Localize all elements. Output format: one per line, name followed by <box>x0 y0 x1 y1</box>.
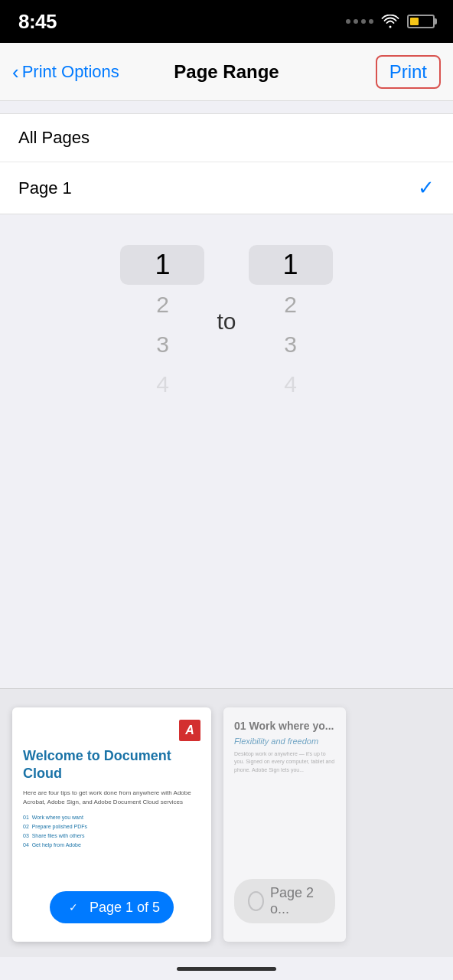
nav-back-label: Print Options <box>22 62 119 82</box>
picker-right-item-1[interactable]: 1 <box>249 245 333 285</box>
list-item-all-pages[interactable]: All Pages <box>0 114 453 162</box>
picker-right-column[interactable]: 1 2 3 4 <box>249 245 333 404</box>
picker-left-item-1[interactable]: 1 <box>120 245 204 285</box>
list-item: 04 Get help from Adobe <box>23 841 200 850</box>
preview-card2-title: 01 Work where yo... <box>234 720 335 732</box>
preview-cards: A Welcome to Document Cloud Here are fou… <box>0 689 453 958</box>
picker-left-item-2[interactable]: 2 <box>120 285 204 325</box>
preview-card-2: 01 Work where yo... Flexibility and free… <box>223 707 346 942</box>
status-icons <box>346 15 435 28</box>
page2-label-button[interactable]: Page 2 o... <box>234 879 335 923</box>
list-item-page1[interactable]: Page 1 ✓ <box>0 162 453 214</box>
list-item: 02 Prepare polished PDFs <box>23 822 200 831</box>
battery-fill <box>410 18 419 25</box>
preview-section: A Welcome to Document Cloud Here are fou… <box>0 688 453 958</box>
preview-card1-label-row: ✓ Page 1 of 5 <box>23 891 200 931</box>
battery-icon <box>407 15 435 28</box>
chevron-left-icon: ‹ <box>12 62 19 82</box>
page-range-list: All Pages Page 1 ✓ <box>0 113 453 214</box>
signal-dots-icon <box>346 19 373 24</box>
page1-label-button[interactable]: ✓ Page 1 of 5 <box>50 891 174 923</box>
all-pages-label: All Pages <box>18 128 90 148</box>
status-bar: 8:45 <box>0 0 453 43</box>
picker-left-item-4[interactable]: 4 <box>120 364 204 404</box>
page2-label: Page 2 o... <box>270 885 321 917</box>
list-item: 03 Share files with others <box>23 831 200 841</box>
preview-card2-body: Desktop work or anywhere — it's up to yo… <box>234 750 335 775</box>
content-wrapper: ‹ Print Options Page Range Print All Pag… <box>0 43 453 980</box>
spacer <box>0 420 453 688</box>
page1-label: Page 1 of 5 <box>90 900 160 916</box>
preview-card1-title: Welcome to Document Cloud <box>23 747 200 783</box>
home-indicator <box>0 957 453 980</box>
preview-card1-body: Here are four tips to get work done from… <box>23 789 200 807</box>
print-button[interactable]: Print <box>376 55 441 89</box>
page1-label: Page 1 <box>18 178 72 198</box>
picker-left-column[interactable]: 1 2 3 4 <box>120 245 204 404</box>
page-title: Page Range <box>174 61 279 83</box>
preview-card2-label-row: Page 2 o... <box>234 879 335 931</box>
checkmark-icon: ✓ <box>418 176 435 200</box>
nav-back-button[interactable]: ‹ Print Options <box>12 62 119 82</box>
picker-separator-label: to <box>217 302 236 341</box>
list-item: 01 Work where you want <box>23 813 200 822</box>
preview-card2-subtitle: Flexibility and freedom <box>234 737 335 746</box>
nav-bar: ‹ Print Options Page Range Print <box>0 43 453 101</box>
page2-check-icon <box>248 891 264 911</box>
wifi-icon <box>381 15 399 28</box>
home-bar <box>177 967 276 971</box>
picker-right-item-2[interactable]: 2 <box>249 285 333 325</box>
picker-right-item-4[interactable]: 4 <box>249 364 333 404</box>
preview-card1-list: 01 Work where you want 02 Prepare polish… <box>23 813 200 850</box>
page-check-icon: ✓ <box>64 897 83 917</box>
adobe-logo-icon: A <box>179 720 200 741</box>
status-time: 8:45 <box>18 10 57 34</box>
page-range-picker[interactable]: 1 2 3 4 to 1 2 3 4 <box>0 245 453 404</box>
picker-right-item-3[interactable]: 3 <box>249 325 333 364</box>
preview-card-1: A Welcome to Document Cloud Here are fou… <box>12 707 211 942</box>
picker-left-item-3[interactable]: 3 <box>120 325 204 364</box>
